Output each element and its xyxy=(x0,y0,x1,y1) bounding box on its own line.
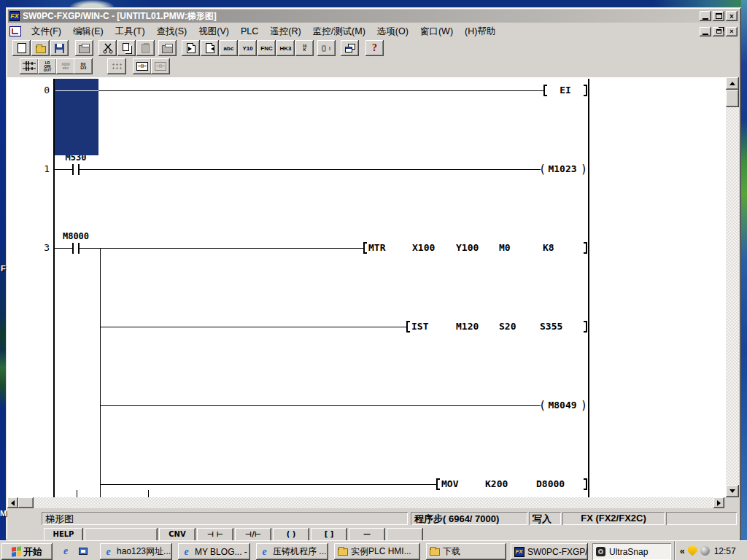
comment-display-button[interactable]: abc xyxy=(220,40,238,56)
clipped-element-stub xyxy=(148,490,149,497)
quicklaunch-ie-icon[interactable]: e xyxy=(60,545,71,557)
taskbar-item-hao123[interactable]: e hao123网址... xyxy=(100,543,172,560)
cut-button[interactable] xyxy=(98,40,117,56)
monitor-start-button[interactable]: ⊣⊢ xyxy=(133,58,152,74)
device-display-button[interactable]: Y10 xyxy=(239,40,257,56)
ladder-view-button[interactable] xyxy=(20,58,39,74)
instruction-mov[interactable]: MOV xyxy=(441,479,458,489)
minimize-button[interactable] xyxy=(700,11,711,21)
find-button[interactable] xyxy=(317,40,336,56)
taskbar-item-plc-hmi-folder[interactable]: 实例PLC HMI... xyxy=(334,543,420,560)
device-comment-button[interactable]: X000abc xyxy=(56,58,75,74)
fn-help-button[interactable]: HELP xyxy=(44,528,83,540)
register-value-button[interactable]: D0123 xyxy=(74,58,93,74)
menu-plc[interactable]: PLC xyxy=(235,25,264,38)
menu-tools[interactable]: 工具(T) xyxy=(109,24,151,39)
minimize-icon xyxy=(703,34,708,35)
scroll-right-button[interactable] xyxy=(713,497,724,508)
operand[interactable]: D8000 xyxy=(536,479,565,489)
save-button[interactable] xyxy=(50,40,69,56)
menu-options[interactable]: 选项(O) xyxy=(371,24,414,39)
new-button[interactable] xyxy=(12,40,31,56)
operand[interactable]: K8 xyxy=(543,243,554,253)
fn-coil-button[interactable]: ( ) xyxy=(273,528,309,540)
fn-open-contact-button[interactable]: ⊣ ⊢ xyxy=(197,528,233,540)
menu-remote[interactable]: 遥控(R) xyxy=(264,24,306,39)
print-button[interactable] xyxy=(75,40,93,56)
horizontal-scrollbar[interactable] xyxy=(7,497,724,508)
fn-instruction-button[interactable]: [ ] xyxy=(311,528,347,540)
cascade-windows-button[interactable] xyxy=(341,40,359,56)
instruction-ist[interactable]: IST xyxy=(411,322,428,332)
horizontal-scroll-thumb[interactable] xyxy=(18,497,34,508)
fn-hline-button[interactable]: — xyxy=(349,528,385,540)
menu-help[interactable]: (H)帮助 xyxy=(459,24,501,39)
instruction-list-view-button[interactable]: LDORIOUT xyxy=(38,58,57,74)
contact-k3-button[interactable]: HK3 xyxy=(276,40,295,56)
taskbar-item-swopc-fxgp[interactable]: FX SW0PC-FXGP/... xyxy=(511,543,588,560)
page-convert-down-button[interactable] xyxy=(182,40,200,56)
fxgp-icon: FX xyxy=(514,546,525,557)
menu-monitor-test[interactable]: 监控/测试(M) xyxy=(307,24,371,39)
operand[interactable]: M120 xyxy=(456,322,479,332)
taskbar-item-myblog[interactable]: e MY BLOG... - ... xyxy=(178,543,250,560)
open-button[interactable] xyxy=(31,40,50,56)
taskbar-item-diecast-program[interactable]: e 压铸机程序 ... xyxy=(256,543,328,560)
operand[interactable]: S355 xyxy=(540,322,562,332)
coil-label[interactable]: M8049 xyxy=(545,400,580,410)
menu-view[interactable]: 视图(V) xyxy=(193,24,235,39)
quicklaunch-show-desktop-icon[interactable] xyxy=(77,545,89,557)
child-restore-button[interactable] xyxy=(713,27,724,36)
taskbar-item-download-folder[interactable]: 下载 xyxy=(426,543,506,560)
title-bar[interactable]: FX SW0PC-FXGP/WIN-C - [UNTITL01.PMW:梯形图]… xyxy=(8,9,739,23)
clock[interactable]: 12:57 xyxy=(714,546,736,556)
child-minimize-button[interactable] xyxy=(700,27,711,36)
child-close-button[interactable]: × xyxy=(726,27,738,36)
security-shield-icon[interactable] xyxy=(688,546,697,556)
instruction-ei[interactable]: EI xyxy=(549,85,582,96)
operand[interactable]: X100 xyxy=(412,243,435,253)
desktop-wallpaper-top xyxy=(6,0,741,7)
close-button[interactable]: × xyxy=(726,11,738,21)
rung-line xyxy=(53,248,72,249)
instruction-display-button[interactable]: FNC xyxy=(258,40,276,56)
volume-icon[interactable] xyxy=(700,546,710,556)
grid-button[interactable] xyxy=(107,58,126,74)
paste-button[interactable] xyxy=(136,40,155,56)
child-window-icon[interactable] xyxy=(9,26,21,36)
maximize-button[interactable] xyxy=(713,11,724,21)
menu-file[interactable]: 文件(F) xyxy=(26,24,67,39)
scroll-up-button[interactable] xyxy=(726,77,739,90)
copy-button[interactable] xyxy=(117,40,136,56)
menu-search[interactable]: 查找(S) xyxy=(151,24,193,39)
taskbar-item-ultrasnap[interactable]: UltraSnap xyxy=(592,543,671,560)
scroll-down-button[interactable] xyxy=(726,485,739,497)
fn-blank-button[interactable] xyxy=(85,528,158,540)
operand[interactable]: K200 xyxy=(485,479,508,489)
decimal-display-button[interactable]: 10K xyxy=(295,40,314,56)
fn-convert-button[interactable]: CNV xyxy=(159,528,196,540)
coil-label[interactable]: M1023 xyxy=(545,164,580,174)
instr-close-bracket xyxy=(584,321,587,332)
help-button[interactable]: ? xyxy=(365,40,384,56)
operand[interactable]: Y100 xyxy=(456,243,479,253)
menu-window[interactable]: 窗口(W) xyxy=(414,24,459,39)
tray-chevron-button[interactable]: « xyxy=(680,546,685,556)
contact-label[interactable]: M8000 xyxy=(50,232,101,241)
vertical-scroll-thumb[interactable] xyxy=(726,90,739,107)
ladder-editor[interactable]: 0 EI 1 M530 ( M1023 ) 3 M8000 M xyxy=(7,77,726,497)
fn-blank-button[interactable] xyxy=(387,528,423,540)
page-convert-up-button[interactable] xyxy=(201,40,219,56)
menu-edit[interactable]: 编辑(E) xyxy=(67,24,109,39)
operand[interactable]: M0 xyxy=(499,243,511,253)
scroll-left-button[interactable] xyxy=(7,497,18,508)
app-icon[interactable]: FX xyxy=(9,11,20,21)
operand[interactable]: S20 xyxy=(499,322,516,332)
instruction-mtr[interactable]: MTR xyxy=(368,243,385,253)
vertical-scrollbar[interactable] xyxy=(726,77,739,497)
monitor-stop-button[interactable]: ⊣⊢ xyxy=(151,58,170,74)
start-button[interactable]: 开始 xyxy=(1,543,53,560)
arrow-glyph xyxy=(188,47,194,51)
verify-print-button[interactable] xyxy=(158,40,177,56)
fn-closed-contact-button[interactable]: ⊣/⊢ xyxy=(235,528,271,540)
